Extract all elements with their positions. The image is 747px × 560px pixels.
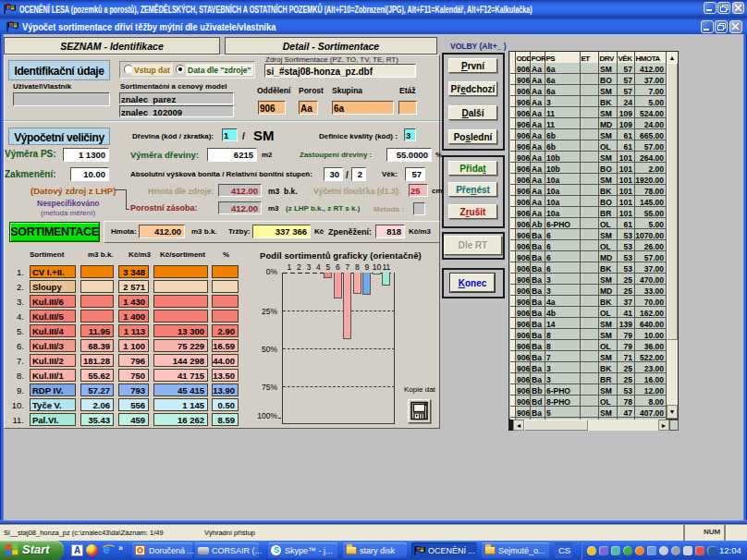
svg-text:e: e [104, 542, 110, 556]
